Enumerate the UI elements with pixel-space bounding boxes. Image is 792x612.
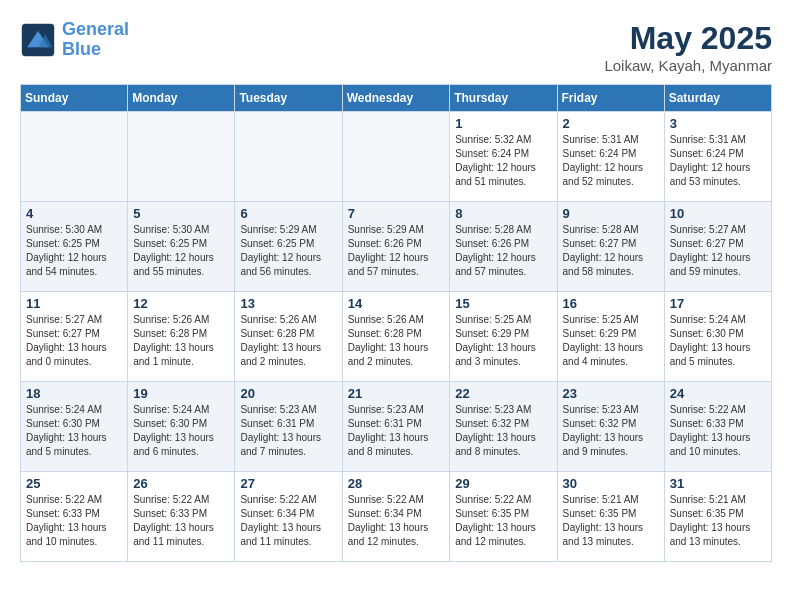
day-info: Sunrise: 5:30 AMSunset: 6:25 PMDaylight:… bbox=[26, 223, 122, 279]
location: Loikaw, Kayah, Myanmar bbox=[604, 57, 772, 74]
day-info: Sunrise: 5:28 AMSunset: 6:26 PMDaylight:… bbox=[455, 223, 551, 279]
calendar-cell: 14Sunrise: 5:26 AMSunset: 6:28 PMDayligh… bbox=[342, 292, 450, 382]
weekday-friday: Friday bbox=[557, 85, 664, 112]
day-info: Sunrise: 5:21 AMSunset: 6:35 PMDaylight:… bbox=[563, 493, 659, 549]
day-number: 23 bbox=[563, 386, 659, 401]
calendar-cell: 13Sunrise: 5:26 AMSunset: 6:28 PMDayligh… bbox=[235, 292, 342, 382]
day-number: 24 bbox=[670, 386, 766, 401]
logo-icon bbox=[20, 22, 56, 58]
calendar-cell: 26Sunrise: 5:22 AMSunset: 6:33 PMDayligh… bbox=[128, 472, 235, 562]
day-info: Sunrise: 5:22 AMSunset: 6:33 PMDaylight:… bbox=[26, 493, 122, 549]
day-info: Sunrise: 5:32 AMSunset: 6:24 PMDaylight:… bbox=[455, 133, 551, 189]
day-number: 16 bbox=[563, 296, 659, 311]
day-info: Sunrise: 5:26 AMSunset: 6:28 PMDaylight:… bbox=[240, 313, 336, 369]
day-info: Sunrise: 5:24 AMSunset: 6:30 PMDaylight:… bbox=[133, 403, 229, 459]
calendar-cell: 8Sunrise: 5:28 AMSunset: 6:26 PMDaylight… bbox=[450, 202, 557, 292]
day-info: Sunrise: 5:31 AMSunset: 6:24 PMDaylight:… bbox=[563, 133, 659, 189]
day-info: Sunrise: 5:25 AMSunset: 6:29 PMDaylight:… bbox=[563, 313, 659, 369]
calendar-cell: 10Sunrise: 5:27 AMSunset: 6:27 PMDayligh… bbox=[664, 202, 771, 292]
calendar-cell: 3Sunrise: 5:31 AMSunset: 6:24 PMDaylight… bbox=[664, 112, 771, 202]
day-number: 5 bbox=[133, 206, 229, 221]
calendar-cell: 6Sunrise: 5:29 AMSunset: 6:25 PMDaylight… bbox=[235, 202, 342, 292]
calendar-cell: 4Sunrise: 5:30 AMSunset: 6:25 PMDaylight… bbox=[21, 202, 128, 292]
calendar-cell bbox=[21, 112, 128, 202]
calendar-cell: 24Sunrise: 5:22 AMSunset: 6:33 PMDayligh… bbox=[664, 382, 771, 472]
day-number: 13 bbox=[240, 296, 336, 311]
calendar-cell: 7Sunrise: 5:29 AMSunset: 6:26 PMDaylight… bbox=[342, 202, 450, 292]
month-title: May 2025 bbox=[604, 20, 772, 57]
day-number: 26 bbox=[133, 476, 229, 491]
week-row-2: 11Sunrise: 5:27 AMSunset: 6:27 PMDayligh… bbox=[21, 292, 772, 382]
week-row-3: 18Sunrise: 5:24 AMSunset: 6:30 PMDayligh… bbox=[21, 382, 772, 472]
day-info: Sunrise: 5:23 AMSunset: 6:32 PMDaylight:… bbox=[455, 403, 551, 459]
day-info: Sunrise: 5:27 AMSunset: 6:27 PMDaylight:… bbox=[26, 313, 122, 369]
day-number: 28 bbox=[348, 476, 445, 491]
logo: General Blue bbox=[20, 20, 129, 60]
day-number: 25 bbox=[26, 476, 122, 491]
day-info: Sunrise: 5:31 AMSunset: 6:24 PMDaylight:… bbox=[670, 133, 766, 189]
calendar-cell: 31Sunrise: 5:21 AMSunset: 6:35 PMDayligh… bbox=[664, 472, 771, 562]
day-number: 19 bbox=[133, 386, 229, 401]
logo-line1: General bbox=[62, 19, 129, 39]
calendar-cell: 9Sunrise: 5:28 AMSunset: 6:27 PMDaylight… bbox=[557, 202, 664, 292]
day-info: Sunrise: 5:23 AMSunset: 6:32 PMDaylight:… bbox=[563, 403, 659, 459]
calendar-cell: 18Sunrise: 5:24 AMSunset: 6:30 PMDayligh… bbox=[21, 382, 128, 472]
day-info: Sunrise: 5:28 AMSunset: 6:27 PMDaylight:… bbox=[563, 223, 659, 279]
day-number: 4 bbox=[26, 206, 122, 221]
page-header: General Blue May 2025 Loikaw, Kayah, Mya… bbox=[20, 20, 772, 74]
day-number: 12 bbox=[133, 296, 229, 311]
calendar-cell: 29Sunrise: 5:22 AMSunset: 6:35 PMDayligh… bbox=[450, 472, 557, 562]
day-number: 11 bbox=[26, 296, 122, 311]
weekday-saturday: Saturday bbox=[664, 85, 771, 112]
weekday-monday: Monday bbox=[128, 85, 235, 112]
day-number: 17 bbox=[670, 296, 766, 311]
day-number: 1 bbox=[455, 116, 551, 131]
weekday-wednesday: Wednesday bbox=[342, 85, 450, 112]
day-number: 6 bbox=[240, 206, 336, 221]
calendar-cell: 25Sunrise: 5:22 AMSunset: 6:33 PMDayligh… bbox=[21, 472, 128, 562]
day-info: Sunrise: 5:25 AMSunset: 6:29 PMDaylight:… bbox=[455, 313, 551, 369]
day-number: 30 bbox=[563, 476, 659, 491]
calendar-cell: 23Sunrise: 5:23 AMSunset: 6:32 PMDayligh… bbox=[557, 382, 664, 472]
day-number: 2 bbox=[563, 116, 659, 131]
day-number: 22 bbox=[455, 386, 551, 401]
day-info: Sunrise: 5:22 AMSunset: 6:33 PMDaylight:… bbox=[133, 493, 229, 549]
calendar-cell: 1Sunrise: 5:32 AMSunset: 6:24 PMDaylight… bbox=[450, 112, 557, 202]
day-number: 27 bbox=[240, 476, 336, 491]
day-info: Sunrise: 5:26 AMSunset: 6:28 PMDaylight:… bbox=[133, 313, 229, 369]
day-info: Sunrise: 5:22 AMSunset: 6:35 PMDaylight:… bbox=[455, 493, 551, 549]
weekday-thursday: Thursday bbox=[450, 85, 557, 112]
day-info: Sunrise: 5:30 AMSunset: 6:25 PMDaylight:… bbox=[133, 223, 229, 279]
day-number: 8 bbox=[455, 206, 551, 221]
day-info: Sunrise: 5:24 AMSunset: 6:30 PMDaylight:… bbox=[670, 313, 766, 369]
calendar-cell bbox=[128, 112, 235, 202]
calendar-cell: 17Sunrise: 5:24 AMSunset: 6:30 PMDayligh… bbox=[664, 292, 771, 382]
day-info: Sunrise: 5:29 AMSunset: 6:25 PMDaylight:… bbox=[240, 223, 336, 279]
logo-line2: Blue bbox=[62, 39, 101, 59]
calendar-cell: 11Sunrise: 5:27 AMSunset: 6:27 PMDayligh… bbox=[21, 292, 128, 382]
day-number: 15 bbox=[455, 296, 551, 311]
week-row-1: 4Sunrise: 5:30 AMSunset: 6:25 PMDaylight… bbox=[21, 202, 772, 292]
calendar: SundayMondayTuesdayWednesdayThursdayFrid… bbox=[20, 84, 772, 562]
day-number: 31 bbox=[670, 476, 766, 491]
day-number: 10 bbox=[670, 206, 766, 221]
day-info: Sunrise: 5:27 AMSunset: 6:27 PMDaylight:… bbox=[670, 223, 766, 279]
calendar-cell: 5Sunrise: 5:30 AMSunset: 6:25 PMDaylight… bbox=[128, 202, 235, 292]
day-info: Sunrise: 5:23 AMSunset: 6:31 PMDaylight:… bbox=[240, 403, 336, 459]
day-info: Sunrise: 5:26 AMSunset: 6:28 PMDaylight:… bbox=[348, 313, 445, 369]
calendar-cell: 22Sunrise: 5:23 AMSunset: 6:32 PMDayligh… bbox=[450, 382, 557, 472]
calendar-cell: 16Sunrise: 5:25 AMSunset: 6:29 PMDayligh… bbox=[557, 292, 664, 382]
day-info: Sunrise: 5:29 AMSunset: 6:26 PMDaylight:… bbox=[348, 223, 445, 279]
calendar-cell bbox=[342, 112, 450, 202]
calendar-cell: 19Sunrise: 5:24 AMSunset: 6:30 PMDayligh… bbox=[128, 382, 235, 472]
day-number: 3 bbox=[670, 116, 766, 131]
calendar-cell: 30Sunrise: 5:21 AMSunset: 6:35 PMDayligh… bbox=[557, 472, 664, 562]
day-number: 21 bbox=[348, 386, 445, 401]
week-row-4: 25Sunrise: 5:22 AMSunset: 6:33 PMDayligh… bbox=[21, 472, 772, 562]
calendar-cell: 2Sunrise: 5:31 AMSunset: 6:24 PMDaylight… bbox=[557, 112, 664, 202]
week-row-0: 1Sunrise: 5:32 AMSunset: 6:24 PMDaylight… bbox=[21, 112, 772, 202]
weekday-sunday: Sunday bbox=[21, 85, 128, 112]
day-number: 20 bbox=[240, 386, 336, 401]
day-number: 14 bbox=[348, 296, 445, 311]
calendar-cell: 27Sunrise: 5:22 AMSunset: 6:34 PMDayligh… bbox=[235, 472, 342, 562]
